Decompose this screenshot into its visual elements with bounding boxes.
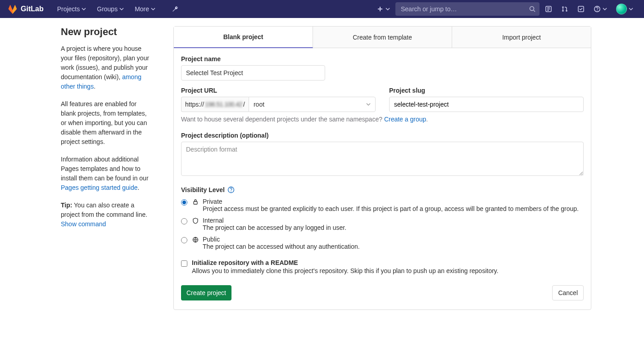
- radio-private-desc: Project access must be granted explicitl…: [203, 205, 584, 212]
- label-project-name: Project name: [181, 55, 584, 63]
- nav-groups[interactable]: Groups: [92, 3, 128, 15]
- side-tip: Tip: You can also create a project from …: [61, 201, 151, 229]
- link-create-group[interactable]: Create a group: [384, 116, 426, 123]
- top-navbar: GitLab Projects Groups More: [0, 0, 644, 18]
- gitlab-logo-icon: [7, 4, 18, 14]
- namespace-hint: Want to house several dependent projects…: [181, 116, 584, 123]
- help-dropdown[interactable]: [590, 3, 611, 15]
- issues-button[interactable]: [541, 3, 556, 15]
- globe-icon: [192, 236, 199, 243]
- label-project-description: Project description (optional): [181, 132, 584, 139]
- project-url-group: https://198.51.100.42/ root: [181, 97, 376, 112]
- tab-blank-project[interactable]: Blank project: [174, 27, 313, 48]
- nav-more-label: More: [135, 5, 149, 13]
- issues-icon: [545, 5, 552, 13]
- merge-requests-button[interactable]: [558, 3, 572, 15]
- question-circle-icon[interactable]: [227, 186, 235, 193]
- namespace-value: root: [254, 101, 264, 108]
- user-menu[interactable]: [612, 1, 637, 17]
- chevron-down-icon: [151, 7, 155, 11]
- wrench-icon: [172, 5, 179, 13]
- svg-point-8: [597, 10, 598, 11]
- label-visibility-level: Visibility Level: [181, 186, 584, 193]
- tip-label: Tip:: [61, 202, 72, 209]
- svg-rect-11: [194, 202, 197, 204]
- chevron-down-icon: [82, 7, 86, 11]
- search-input[interactable]: [395, 2, 540, 16]
- svg-point-3: [562, 6, 564, 8]
- create-project-button[interactable]: Create project: [181, 285, 231, 300]
- radio-public[interactable]: [181, 237, 187, 243]
- radio-internal[interactable]: [181, 218, 187, 224]
- radio-private-title: Private: [203, 198, 584, 205]
- side-paragraph-1: A project is where you house your files …: [61, 44, 151, 91]
- sidebar-info: New project A project is where you house…: [20, 26, 155, 310]
- input-project-slug[interactable]: [389, 97, 584, 112]
- todos-button[interactable]: [574, 3, 588, 15]
- avatar: [616, 4, 627, 14]
- merge-request-icon: [561, 5, 568, 13]
- readme-title: Initialize repository with a README: [192, 259, 499, 266]
- chevron-down-icon: [385, 7, 390, 11]
- search-box: [395, 2, 540, 16]
- nav-more[interactable]: More: [130, 3, 160, 15]
- chevron-down-icon: [366, 101, 371, 108]
- project-type-tabs: Blank project Create from template Impor…: [174, 27, 591, 48]
- namespace-select[interactable]: root: [249, 97, 376, 112]
- new-dropdown-button[interactable]: [373, 3, 394, 15]
- input-project-name[interactable]: [181, 65, 325, 81]
- label-project-slug: Project slug: [389, 87, 584, 94]
- url-prefix: https://198.51.100.42/: [181, 97, 249, 112]
- svg-point-5: [566, 10, 567, 12]
- visibility-internal[interactable]: Internal The project can be accessed by …: [181, 217, 584, 231]
- visibility-public[interactable]: Public The project can be accessed witho…: [181, 236, 584, 250]
- svg-point-10: [231, 191, 231, 192]
- radio-public-desc: The project can be accessed without any …: [203, 243, 584, 250]
- page-title: New project: [61, 26, 151, 38]
- brand-text: GitLab: [21, 5, 44, 13]
- tab-import-project[interactable]: Import project: [452, 27, 591, 48]
- radio-internal-desc: The project can be accessed by any logge…: [203, 224, 584, 231]
- plus-icon: [376, 5, 384, 13]
- shield-icon: [192, 217, 199, 224]
- admin-wrench-button[interactable]: [168, 3, 182, 15]
- input-project-description[interactable]: [181, 142, 584, 176]
- radio-public-title: Public: [203, 236, 584, 243]
- nav-groups-label: Groups: [97, 5, 118, 13]
- svg-point-4: [562, 10, 564, 12]
- question-icon: [594, 5, 601, 13]
- radio-private[interactable]: [181, 199, 187, 206]
- tab-create-from-template[interactable]: Create from template: [313, 27, 452, 48]
- nav-projects[interactable]: Projects: [53, 3, 91, 15]
- readme-desc: Allows you to immediately clone this pro…: [192, 267, 499, 274]
- radio-internal-title: Internal: [203, 217, 584, 224]
- todos-icon: [577, 5, 585, 13]
- label-project-url: Project URL: [181, 87, 376, 94]
- checkbox-readme[interactable]: [181, 260, 187, 267]
- link-show-command[interactable]: Show command: [61, 220, 106, 228]
- chevron-down-icon: [119, 7, 124, 11]
- side-paragraph-2: All features are enabled for blank proje…: [61, 99, 151, 147]
- lock-icon: [192, 198, 199, 206]
- cancel-button[interactable]: Cancel: [552, 285, 584, 300]
- chevron-down-icon: [629, 7, 633, 11]
- side-paragraph-3: Information about additional Pages templ…: [61, 155, 151, 193]
- link-pages-guide[interactable]: Pages getting started guide: [61, 184, 137, 191]
- brand[interactable]: GitLab: [7, 4, 44, 14]
- visibility-private[interactable]: Private Project access must be granted e…: [181, 198, 584, 212]
- nav-projects-label: Projects: [57, 5, 80, 13]
- chevron-down-icon: [603, 7, 607, 11]
- initialize-readme[interactable]: Initialize repository with a README Allo…: [181, 259, 584, 274]
